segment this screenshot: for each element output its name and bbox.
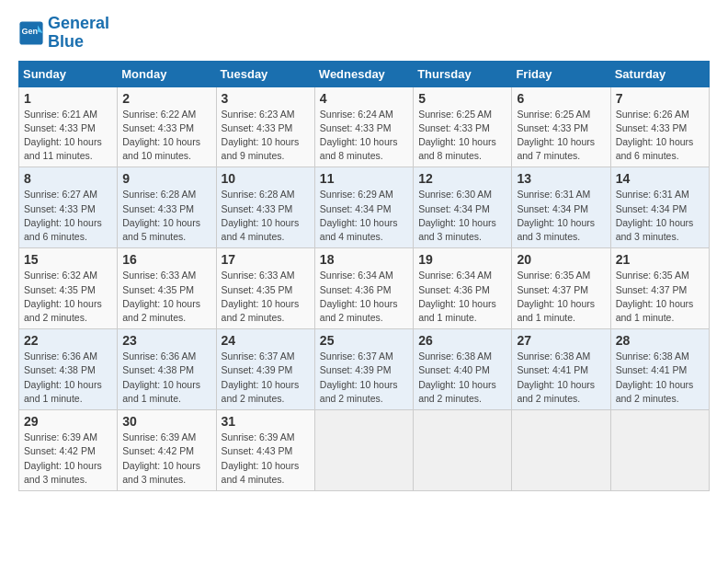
day-header-tuesday: Tuesday	[216, 61, 314, 86]
day-info: Sunrise: 6:21 AMSunset: 4:33 PMDaylight:…	[24, 108, 112, 164]
day-info: Sunrise: 6:27 AMSunset: 4:33 PMDaylight:…	[24, 188, 112, 244]
logo-icon: Gen	[18, 20, 44, 46]
day-number: 14	[616, 171, 704, 186]
day-number: 31	[222, 414, 310, 429]
day-headers-row: SundayMondayTuesdayWednesdayThursdayFrid…	[19, 61, 710, 86]
day-info: Sunrise: 6:35 AMSunset: 4:37 PMDaylight:…	[517, 269, 605, 325]
day-info: Sunrise: 6:33 AMSunset: 4:35 PMDaylight:…	[122, 269, 210, 325]
svg-text:Gen: Gen	[22, 27, 39, 36]
calendar-cell: 16Sunrise: 6:33 AMSunset: 4:35 PMDayligh…	[118, 248, 216, 329]
calendar-cell	[414, 410, 512, 491]
day-number: 1	[24, 91, 112, 106]
day-number: 29	[24, 414, 112, 429]
calendar-table: SundayMondayTuesdayWednesdayThursdayFrid…	[18, 61, 710, 491]
calendar-cell: 17Sunrise: 6:33 AMSunset: 4:35 PMDayligh…	[216, 248, 314, 329]
day-number: 4	[320, 91, 408, 106]
calendar-cell: 31Sunrise: 6:39 AMSunset: 4:43 PMDayligh…	[216, 410, 314, 491]
calendar-cell: 29Sunrise: 6:39 AMSunset: 4:42 PMDayligh…	[19, 410, 118, 491]
day-info: Sunrise: 6:22 AMSunset: 4:33 PMDaylight:…	[122, 108, 210, 164]
day-number: 15	[24, 252, 112, 267]
calendar-cell: 20Sunrise: 6:35 AMSunset: 4:37 PMDayligh…	[512, 248, 610, 329]
calendar-week-row: 8Sunrise: 6:27 AMSunset: 4:33 PMDaylight…	[19, 167, 710, 248]
calendar-cell	[314, 410, 413, 491]
logo-text: General	[48, 15, 109, 33]
day-number: 7	[616, 91, 704, 106]
day-info: Sunrise: 6:31 AMSunset: 4:34 PMDaylight:…	[517, 188, 605, 244]
logo-subtext: Blue	[48, 33, 109, 52]
day-info: Sunrise: 6:23 AMSunset: 4:33 PMDaylight:…	[222, 108, 310, 164]
calendar-cell	[610, 410, 709, 491]
day-number: 26	[418, 333, 506, 348]
day-header-friday: Friday	[512, 61, 610, 86]
day-info: Sunrise: 6:39 AMSunset: 4:42 PMDaylight:…	[24, 431, 112, 487]
calendar-cell: 12Sunrise: 6:30 AMSunset: 4:34 PMDayligh…	[414, 167, 512, 248]
day-info: Sunrise: 6:34 AMSunset: 4:36 PMDaylight:…	[320, 269, 408, 325]
calendar-cell: 22Sunrise: 6:36 AMSunset: 4:38 PMDayligh…	[19, 329, 118, 410]
day-info: Sunrise: 6:38 AMSunset: 4:41 PMDaylight:…	[616, 350, 704, 406]
day-info: Sunrise: 6:36 AMSunset: 4:38 PMDaylight:…	[122, 350, 210, 406]
day-info: Sunrise: 6:25 AMSunset: 4:33 PMDaylight:…	[517, 108, 605, 164]
day-info: Sunrise: 6:38 AMSunset: 4:40 PMDaylight:…	[418, 350, 506, 406]
calendar-cell: 21Sunrise: 6:35 AMSunset: 4:37 PMDayligh…	[610, 248, 709, 329]
page-header: Gen General Blue	[18, 15, 710, 52]
day-info: Sunrise: 6:37 AMSunset: 4:39 PMDaylight:…	[320, 350, 408, 406]
day-number: 13	[517, 171, 605, 186]
day-number: 17	[222, 252, 310, 267]
day-info: Sunrise: 6:32 AMSunset: 4:35 PMDaylight:…	[24, 269, 112, 325]
calendar-cell: 3Sunrise: 6:23 AMSunset: 4:33 PMDaylight…	[216, 86, 314, 167]
day-number: 18	[320, 252, 408, 267]
calendar-cell: 5Sunrise: 6:25 AMSunset: 4:33 PMDaylight…	[414, 86, 512, 167]
day-info: Sunrise: 6:39 AMSunset: 4:43 PMDaylight:…	[222, 431, 310, 487]
day-number: 28	[616, 333, 704, 348]
calendar-cell: 26Sunrise: 6:38 AMSunset: 4:40 PMDayligh…	[414, 329, 512, 410]
calendar-cell: 9Sunrise: 6:28 AMSunset: 4:33 PMDaylight…	[118, 167, 216, 248]
day-header-wednesday: Wednesday	[314, 61, 413, 86]
day-info: Sunrise: 6:39 AMSunset: 4:42 PMDaylight:…	[122, 431, 210, 487]
day-info: Sunrise: 6:25 AMSunset: 4:33 PMDaylight:…	[418, 108, 506, 164]
day-number: 12	[418, 171, 506, 186]
calendar-cell: 8Sunrise: 6:27 AMSunset: 4:33 PMDaylight…	[19, 167, 118, 248]
calendar-cell: 13Sunrise: 6:31 AMSunset: 4:34 PMDayligh…	[512, 167, 610, 248]
day-info: Sunrise: 6:33 AMSunset: 4:35 PMDaylight:…	[222, 269, 310, 325]
day-info: Sunrise: 6:35 AMSunset: 4:37 PMDaylight:…	[616, 269, 704, 325]
day-number: 25	[320, 333, 408, 348]
calendar-week-row: 22Sunrise: 6:36 AMSunset: 4:38 PMDayligh…	[19, 329, 710, 410]
calendar-cell: 27Sunrise: 6:38 AMSunset: 4:41 PMDayligh…	[512, 329, 610, 410]
day-info: Sunrise: 6:30 AMSunset: 4:34 PMDaylight:…	[418, 188, 506, 244]
day-info: Sunrise: 6:26 AMSunset: 4:33 PMDaylight:…	[616, 108, 704, 164]
day-number: 22	[24, 333, 112, 348]
day-number: 24	[222, 333, 310, 348]
day-info: Sunrise: 6:31 AMSunset: 4:34 PMDaylight:…	[616, 188, 704, 244]
day-number: 23	[122, 333, 210, 348]
day-header-saturday: Saturday	[610, 61, 709, 86]
day-number: 19	[418, 252, 506, 267]
day-number: 5	[418, 91, 506, 106]
day-number: 16	[122, 252, 210, 267]
day-header-sunday: Sunday	[19, 61, 118, 86]
calendar-cell: 7Sunrise: 6:26 AMSunset: 4:33 PMDaylight…	[610, 86, 709, 167]
day-number: 8	[24, 171, 112, 186]
calendar-week-row: 1Sunrise: 6:21 AMSunset: 4:33 PMDaylight…	[19, 86, 710, 167]
day-number: 10	[222, 171, 310, 186]
calendar-week-row: 15Sunrise: 6:32 AMSunset: 4:35 PMDayligh…	[19, 248, 710, 329]
logo: Gen General Blue	[18, 15, 109, 52]
calendar-cell: 30Sunrise: 6:39 AMSunset: 4:42 PMDayligh…	[118, 410, 216, 491]
day-info: Sunrise: 6:36 AMSunset: 4:38 PMDaylight:…	[24, 350, 112, 406]
day-number: 27	[517, 333, 605, 348]
day-number: 11	[320, 171, 408, 186]
day-number: 2	[122, 91, 210, 106]
day-info: Sunrise: 6:28 AMSunset: 4:33 PMDaylight:…	[122, 188, 210, 244]
calendar-cell: 28Sunrise: 6:38 AMSunset: 4:41 PMDayligh…	[610, 329, 709, 410]
calendar-cell: 18Sunrise: 6:34 AMSunset: 4:36 PMDayligh…	[314, 248, 413, 329]
calendar-cell: 10Sunrise: 6:28 AMSunset: 4:33 PMDayligh…	[216, 167, 314, 248]
day-header-monday: Monday	[118, 61, 216, 86]
calendar-cell: 6Sunrise: 6:25 AMSunset: 4:33 PMDaylight…	[512, 86, 610, 167]
calendar-cell: 24Sunrise: 6:37 AMSunset: 4:39 PMDayligh…	[216, 329, 314, 410]
day-info: Sunrise: 6:24 AMSunset: 4:33 PMDaylight:…	[320, 108, 408, 164]
calendar-cell: 1Sunrise: 6:21 AMSunset: 4:33 PMDaylight…	[19, 86, 118, 167]
day-info: Sunrise: 6:34 AMSunset: 4:36 PMDaylight:…	[418, 269, 506, 325]
calendar-cell: 25Sunrise: 6:37 AMSunset: 4:39 PMDayligh…	[314, 329, 413, 410]
calendar-cell	[512, 410, 610, 491]
day-info: Sunrise: 6:37 AMSunset: 4:39 PMDaylight:…	[222, 350, 310, 406]
day-number: 30	[122, 414, 210, 429]
